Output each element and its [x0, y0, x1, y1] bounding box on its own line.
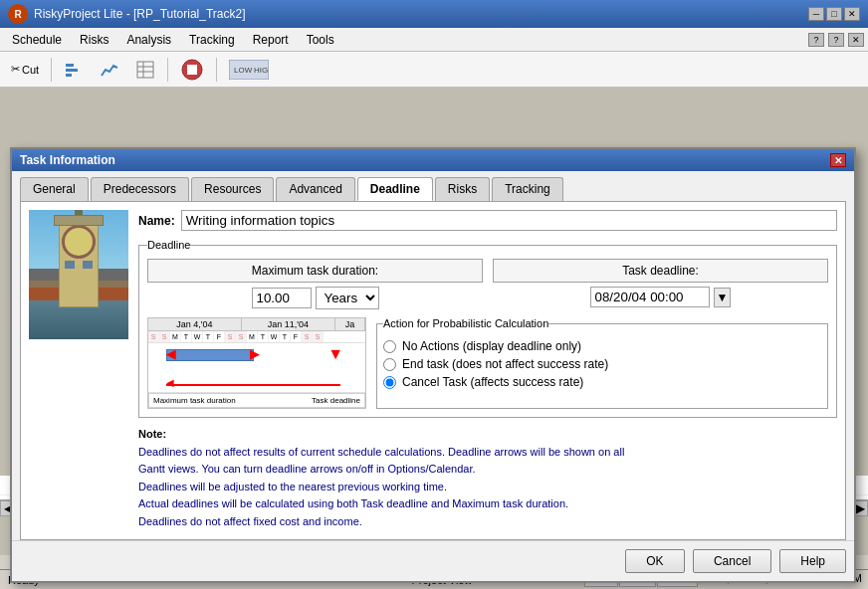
- radio-cancel-task-input[interactable]: [383, 376, 396, 389]
- menu-report[interactable]: Report: [245, 31, 297, 49]
- gantt-icon: [64, 60, 84, 80]
- task-deadline-value[interactable]: [590, 287, 710, 307]
- max-duration-value[interactable]: [252, 288, 312, 308]
- nav-icon: LOWHIGH: [229, 60, 269, 80]
- day-w1: W: [192, 331, 203, 342]
- deadline-legend: Deadline: [147, 239, 190, 251]
- close-btn[interactable]: ✕: [844, 7, 860, 21]
- gantt-action-area: Jan 4,'04 Jan 11,'04 Ja S S M T: [147, 317, 828, 409]
- svg-rect-1: [66, 69, 78, 72]
- task-information-dialog: Task Information ✕ General Predecessors …: [10, 147, 856, 583]
- max-duration-label: Maximum task duration:: [147, 259, 483, 283]
- tab-deadline[interactable]: Deadline: [357, 177, 433, 201]
- max-duration-arrow-left: ◀: [166, 347, 175, 361]
- main-content: 17 Final evaluation and testi 2 days 2 d…: [0, 88, 868, 555]
- toolbar-cut-btn[interactable]: ✂ Cut: [4, 60, 46, 79]
- right-content: Name: Deadline Maximum task duration:: [138, 210, 837, 531]
- week1-label: Jan 4,'04: [148, 318, 242, 330]
- note-line-2: Gantt views. You can turn deadline arrow…: [138, 461, 837, 479]
- table-icon: [135, 60, 155, 80]
- menu-analysis[interactable]: Analysis: [118, 31, 179, 49]
- dialog-buttons: OK Cancel Help: [12, 540, 854, 581]
- tab-risks[interactable]: Risks: [435, 177, 490, 201]
- deadline-section: Deadline Maximum task duration: Years: [138, 239, 837, 418]
- tab-resources[interactable]: Resources: [191, 177, 274, 201]
- tab-bar: General Predecessors Resources Advanced …: [12, 171, 854, 201]
- radio-end-task: End task (does not affect success rate): [383, 357, 821, 371]
- top-section: [54, 215, 104, 225]
- menu-bar-right-controls[interactable]: ? ? ✕: [808, 33, 864, 47]
- cut-label: Cut: [22, 64, 39, 76]
- ribbon-close-btn[interactable]: ✕: [848, 33, 864, 47]
- note-section: Note: Deadlines do not affect results of…: [138, 426, 837, 531]
- note-line-1: Deadlines do not affect results of curre…: [138, 444, 837, 462]
- dialog-title-bar: Task Information ✕: [12, 149, 854, 171]
- max-duration-bar: [166, 349, 254, 361]
- tab-advanced[interactable]: Advanced: [276, 177, 354, 201]
- menu-bar: Schedule Risks Analysis Tracking Report …: [0, 28, 868, 52]
- week3-label: Ja: [335, 318, 365, 330]
- deadline-dropdown-btn[interactable]: ▼: [714, 288, 732, 307]
- radio-no-actions-label: No Actions (display deadline only): [402, 339, 581, 353]
- toolbar-stop-btn[interactable]: [173, 55, 211, 85]
- image-panel: [29, 210, 128, 531]
- content-layout: Name: Deadline Maximum task duration:: [29, 210, 837, 531]
- window-2: [83, 261, 93, 269]
- toolbar-sep-1: [51, 58, 52, 82]
- toolbar-sep-3: [216, 58, 217, 82]
- toolbar-btn-2[interactable]: [93, 57, 126, 83]
- menu-tracking[interactable]: Tracking: [181, 31, 243, 49]
- task-deadline-label: Task deadline:: [493, 259, 828, 283]
- tab-general[interactable]: General: [20, 177, 89, 201]
- note-line-3: Deadlines will be adjusted to the neares…: [138, 479, 837, 496]
- day-t4: T: [280, 331, 291, 342]
- task-deadline-inputs: ▼: [493, 287, 828, 307]
- cancel-button[interactable]: Cancel: [693, 549, 771, 573]
- radio-end-task-input[interactable]: [383, 358, 396, 371]
- dialog-close-btn[interactable]: ✕: [830, 153, 846, 167]
- note-line-5: Deadlines do not affect fixed cost and i…: [138, 513, 837, 531]
- day-s4: S: [236, 331, 247, 342]
- ribbon-minimize-btn[interactable]: ?: [808, 33, 824, 47]
- bar-label-1: Maximum task duration: [153, 396, 236, 405]
- ribbon-help-btn[interactable]: ?: [828, 33, 844, 47]
- minimize-btn[interactable]: ─: [808, 7, 824, 21]
- day-s1: S: [148, 331, 159, 342]
- toolbar-btn-3[interactable]: [128, 57, 162, 83]
- deadline-right: Task deadline: ▼: [493, 259, 828, 309]
- title-bar-controls[interactable]: ─ □ ✕: [808, 7, 860, 21]
- week2-label: Jan 11,'04: [242, 318, 335, 330]
- scissors-icon: ✂: [11, 63, 20, 76]
- max-duration-unit[interactable]: Years: [316, 287, 379, 309]
- max-duration-arrow-right: ▶: [250, 347, 259, 361]
- toolbar: ✂ Cut LOWHIGH: [0, 52, 868, 88]
- radio-no-actions-input[interactable]: [383, 340, 396, 353]
- deadline-arrow-down: ▼: [327, 345, 343, 363]
- deadline-line: [166, 384, 340, 386]
- svg-rect-8: [187, 65, 197, 75]
- deadline-left: Maximum task duration: Years: [147, 259, 483, 309]
- svg-text:LOW: LOW: [234, 66, 253, 75]
- deadline-box: Maximum task duration: Years: [147, 259, 828, 309]
- menu-risks[interactable]: Risks: [72, 31, 116, 49]
- menu-tools[interactable]: Tools: [299, 31, 342, 49]
- name-row: Name:: [138, 210, 837, 231]
- name-label: Name:: [138, 214, 175, 228]
- toolbar-btn-4[interactable]: LOWHIGH: [222, 57, 276, 83]
- restore-btn[interactable]: □: [826, 7, 842, 21]
- day-t1: T: [181, 331, 192, 342]
- name-input[interactable]: [181, 210, 837, 231]
- tab-tracking[interactable]: Tracking: [492, 177, 563, 201]
- menu-schedule[interactable]: Schedule: [4, 31, 70, 49]
- ok-button[interactable]: OK: [625, 549, 685, 573]
- radio-end-task-label: End task (does not affect success rate): [402, 357, 608, 371]
- help-button[interactable]: Help: [779, 549, 846, 573]
- day-t2: T: [203, 331, 214, 342]
- note-line-4: Actual deadlines will be calculated usin…: [138, 495, 837, 513]
- max-duration-inputs: Years: [147, 287, 483, 309]
- bigben-image: [29, 210, 128, 339]
- tab-predecessors[interactable]: Predecessors: [91, 177, 189, 201]
- window-title: RiskyProject Lite - [RP_Tutorial_Track2]: [34, 7, 246, 21]
- toolbar-btn-1[interactable]: [57, 57, 91, 83]
- gantt-visualization: Jan 4,'04 Jan 11,'04 Ja S S M T: [147, 317, 366, 409]
